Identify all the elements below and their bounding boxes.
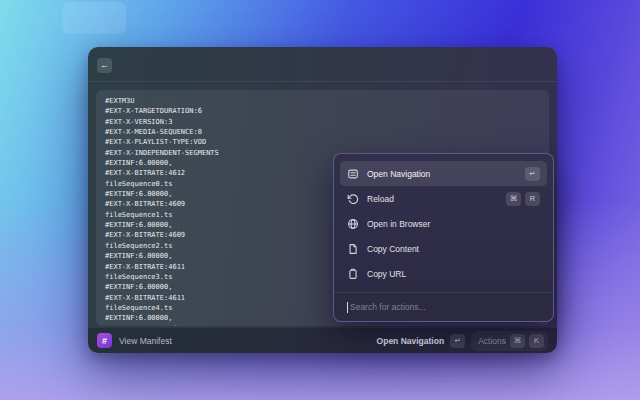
- background-ghost-window: [62, 2, 126, 34]
- globe-icon: [347, 218, 359, 230]
- reload-icon: [347, 193, 359, 205]
- actions-button[interactable]: Actions ⌘ K: [471, 331, 548, 351]
- actions-label: Actions: [478, 336, 506, 346]
- clipboard-icon: [347, 268, 359, 280]
- manifest-line: #EXT-X-BITRATE:4612: [105, 324, 541, 326]
- menu-item-copy-content[interactable]: Copy Content: [340, 236, 547, 261]
- menu-item-open-navigation[interactable]: Open Navigation↵: [340, 161, 547, 186]
- key-badge: R: [525, 192, 540, 206]
- menu-item-label: Copy Content: [367, 244, 419, 254]
- return-key-badge: ↵: [450, 334, 465, 348]
- window-header: ←: [88, 47, 557, 82]
- manifest-line: #EXT-X-PLAYLIST-TYPE:VOD: [105, 137, 541, 147]
- key-badge: ⌘: [506, 192, 521, 206]
- manifest-line: #EXT-X-TARGETDURATION:6: [105, 106, 541, 116]
- document-icon: [347, 243, 359, 255]
- status-bar-right: Open Navigation ↵ Actions ⌘ K: [377, 331, 548, 351]
- search-placeholder: Search for actions...: [350, 302, 426, 312]
- cmd-key-badge: ⌘: [510, 334, 525, 348]
- desktop-background: ← #EXTM3U#EXT-X-TARGETDURATION:6#EXT-X-V…: [0, 0, 640, 400]
- back-button[interactable]: ←: [97, 58, 112, 73]
- menu-item-shortcuts: ⌘R: [506, 192, 540, 206]
- primary-action-label[interactable]: Open Navigation: [377, 336, 445, 346]
- command-title: View Manifest: [119, 336, 172, 346]
- k-key-badge: K: [529, 334, 544, 348]
- manifest-line: #EXTM3U: [105, 96, 541, 106]
- actions-menu: Open Navigation↵Reload⌘ROpen in BrowserC…: [333, 153, 554, 322]
- back-arrow-icon: ←: [100, 60, 109, 70]
- key-badge: ↵: [525, 167, 540, 181]
- manifest-line: #EXT-X-MEDIA-SEQUENCE:0: [105, 127, 541, 137]
- menu-item-label: Reload: [367, 194, 394, 204]
- menu-item-label: Open Navigation: [367, 169, 430, 179]
- actions-search-input[interactable]: Search for actions...: [334, 292, 553, 321]
- status-bar: # View Manifest Open Navigation ↵ Action…: [88, 327, 557, 353]
- manifest-line: #EXT-X-VERSION:3: [105, 117, 541, 127]
- menu-item-copy-url[interactable]: Copy URL: [340, 261, 547, 286]
- actions-menu-list: Open Navigation↵Reload⌘ROpen in BrowserC…: [334, 154, 553, 286]
- list-icon: [347, 168, 359, 180]
- menu-item-open-in-browser[interactable]: Open in Browser: [340, 211, 547, 236]
- menu-item-shortcuts: ↵: [525, 167, 540, 181]
- command-hash-icon: #: [97, 333, 112, 348]
- menu-item-label: Copy URL: [367, 269, 406, 279]
- menu-item-label: Open in Browser: [367, 219, 430, 229]
- menu-item-reload[interactable]: Reload⌘R: [340, 186, 547, 211]
- text-caret: [347, 302, 348, 313]
